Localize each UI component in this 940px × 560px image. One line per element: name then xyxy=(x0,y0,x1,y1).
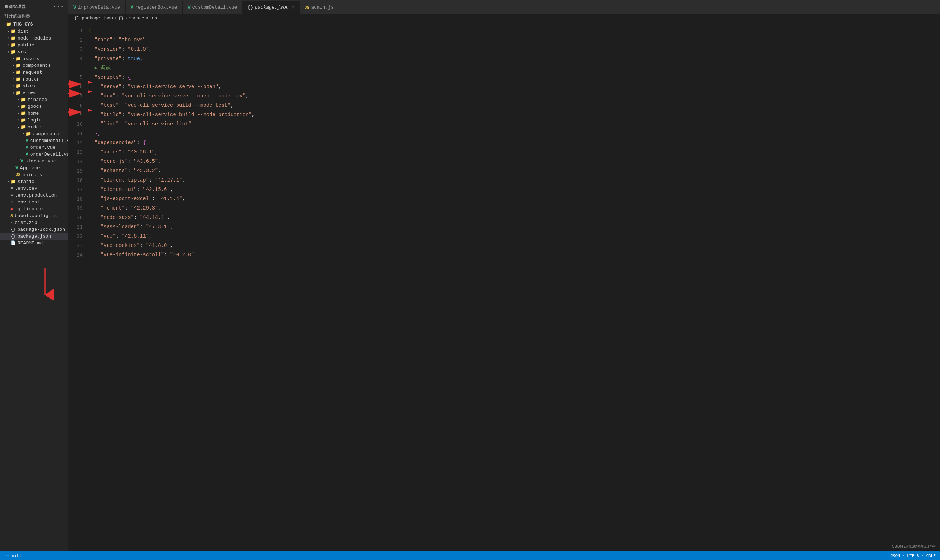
status-bar-right: JSON · UTF-8 · CRLF xyxy=(891,554,936,558)
root-folder-label: THC_GYS xyxy=(13,22,33,27)
sidebar-item-babel[interactable]: › B babel.config.js xyxy=(0,212,68,219)
tab-close-icon[interactable]: ✕ xyxy=(292,5,294,10)
code-line-21: "sass-loader": "^7.3.1", xyxy=(88,222,940,231)
breadcrumb-separator-1: › xyxy=(114,16,117,21)
sidebar-item-package-json[interactable]: › {} package.json xyxy=(0,233,68,240)
tab-improve-data[interactable]: V improveData.vue xyxy=(68,1,125,14)
sidebar-item-public[interactable]: › 📁 public xyxy=(0,42,68,49)
tab-vue-icon-2: V xyxy=(131,5,133,10)
sidebar-item-home[interactable]: › 📁 home xyxy=(0,110,68,117)
code-line-19: "moment": "^2.29.3", xyxy=(88,203,940,213)
sidebar-item-goods[interactable]: › 📁 goods xyxy=(0,103,68,110)
sidebar-item-router[interactable]: › 📁 router xyxy=(0,76,68,83)
tab-register-box[interactable]: V registerBox.vue xyxy=(125,1,183,14)
code-line-22: "vue": "^2.6.11", xyxy=(88,231,940,241)
sidebar-item-order-detail-vue[interactable]: › V orderDetail.vue xyxy=(0,151,68,158)
line-num-1: 1 xyxy=(68,26,83,35)
sidebar-item-package-lock-json[interactable]: › {} package-lock.json xyxy=(0,226,68,233)
code-line-6: "serve": "vue-cli-service serve --open", xyxy=(88,82,940,91)
sidebar-item-dist-zip[interactable]: › ▪ dist.zip xyxy=(0,219,68,226)
tab-bar: V improveData.vue V registerBox.vue V cu… xyxy=(68,0,940,14)
sidebar-item-views[interactable]: ▾ 📁 views xyxy=(0,89,68,96)
tab-vue-icon: V xyxy=(73,5,76,10)
line-num-13: 13 xyxy=(68,148,83,157)
tab-json-icon: {} xyxy=(247,5,253,10)
line-num-2: 2 xyxy=(68,35,83,45)
line-num-24: 24 xyxy=(68,250,83,260)
line-num-9: 9 xyxy=(68,110,83,119)
arrow-down-overlay xyxy=(68,296,76,339)
line-num-22: 22 xyxy=(68,231,83,241)
sidebar-item-sidebar-vue[interactable]: › V sidebar.vue xyxy=(0,158,68,165)
breadcrumb-part1: {} package.json xyxy=(74,16,113,21)
line-num-14: 14 xyxy=(68,157,83,166)
tab-js-icon: JS xyxy=(305,5,309,10)
sidebar-item-store[interactable]: › 📁 store xyxy=(0,83,68,89)
code-line-9: "build": "vue-cli-service build --mode p… xyxy=(88,110,940,119)
sidebar-item-gitignore[interactable]: › ◆ .gitignore xyxy=(0,206,68,212)
sidebar-item-request[interactable]: › 📁 request xyxy=(0,69,68,76)
line-num-5: 5 xyxy=(68,72,83,82)
code-content[interactable]: { "name": "thc_gys", "version": "0.1.0",… xyxy=(88,26,940,260)
sidebar-item-assets[interactable]: › 📁 assets xyxy=(0,55,68,62)
code-line-1: { xyxy=(88,26,940,35)
code-line-23: "vue-cookies": "^1.8.0", xyxy=(88,241,940,250)
code-line-10: "lint": "vue-cli-service lint" xyxy=(88,119,940,129)
code-area: 1 2 3 4 4b 5 6 7 8 9 10 11 12 13 xyxy=(68,23,940,262)
status-bar-left: ⎇ main xyxy=(4,554,21,558)
line-num-21: 21 xyxy=(68,222,83,231)
explorer-title: 资源管理器 xyxy=(4,4,26,9)
sidebar-item-src[interactable]: ▾ 📁 src xyxy=(0,49,68,55)
open-editors-label: 打开的编辑器 xyxy=(0,11,68,20)
sidebar-item-custom-detail-vue[interactable]: › V customDetail.vue xyxy=(0,137,68,144)
sidebar-item-node-modules[interactable]: › 📁 node_modules xyxy=(0,35,68,42)
sidebar-item-order-components[interactable]: › 📁 components xyxy=(0,131,68,137)
code-editor[interactable]: 1 2 3 4 4b 5 6 7 8 9 10 11 12 13 xyxy=(68,23,940,551)
line-num-12: 12 xyxy=(68,138,83,148)
tab-package-json[interactable]: {} package.json ✕ xyxy=(242,1,299,14)
sidebar-item-dist[interactable]: › 📁 dist xyxy=(0,28,68,35)
tab-admin-js[interactable]: JS admin.js xyxy=(299,1,339,14)
code-line-13: "axios": "^0.26.1", xyxy=(88,148,940,157)
line-num-8: 8 xyxy=(68,101,83,110)
watermark: CSDN @嘉威软件工作室 xyxy=(892,544,936,549)
sidebar-item-env-dev[interactable]: › ≡ .env.dev xyxy=(0,185,68,192)
code-line-5: "scripts": { xyxy=(88,72,940,82)
code-line-24: "vue-infinite-scroll": "^0.2.0" xyxy=(88,250,940,260)
line-num-16: 16 xyxy=(68,175,83,185)
sidebar-item-components[interactable]: › 📁 components xyxy=(0,62,68,69)
code-line-4b: ▶ 调试 xyxy=(88,63,940,72)
sidebar-item-order[interactable]: ▾ 📁 order xyxy=(0,124,68,131)
code-line-11: }, xyxy=(88,129,940,138)
sidebar-item-env-test[interactable]: › ≡ .env.test xyxy=(0,199,68,206)
sidebar-item-env-production[interactable]: › ≡ .env.production xyxy=(0,192,68,199)
code-line-14: "core-js": "^3.6.5", xyxy=(88,157,940,166)
sidebar-item-finance[interactable]: › 📁 finance xyxy=(0,96,68,103)
sidebar-item-static[interactable]: › 📁 static xyxy=(0,178,68,185)
line-num-17: 17 xyxy=(68,185,83,194)
sidebar-item-order-vue[interactable]: › V order.vue xyxy=(0,144,68,151)
sidebar-item-readme[interactable]: › 📄 README.md xyxy=(0,240,68,246)
line-num-15: 15 xyxy=(68,166,83,175)
line-num-4b: 4b xyxy=(68,63,83,72)
code-line-4: "private": true, xyxy=(88,54,940,63)
code-line-15: "echarts": "^5.3.2", xyxy=(88,166,940,175)
line-num-20: 20 xyxy=(68,213,83,222)
line-num-23: 23 xyxy=(68,241,83,250)
line-num-7: 7 xyxy=(68,91,83,101)
root-folder[interactable]: ▾ 📁 THC_GYS xyxy=(0,20,68,28)
sidebar-item-main-js[interactable]: › JS main.js xyxy=(0,171,68,178)
tab-vue-icon-3: V xyxy=(188,5,191,10)
line-num-19: 19 xyxy=(68,203,83,213)
line-num-4: 4 xyxy=(68,54,83,63)
tab-custom-detail[interactable]: V customDetail.vue xyxy=(183,1,243,14)
code-line-17: "element-ui": "^2.15.6", xyxy=(88,185,940,194)
code-line-2: "name": "thc_gys", xyxy=(88,35,940,45)
sidebar-item-app-vue[interactable]: › V App.vue xyxy=(0,165,68,171)
line-numbers: 1 2 3 4 4b 5 6 7 8 9 10 11 12 13 xyxy=(68,26,88,260)
explorer-dots[interactable]: ··· xyxy=(52,3,64,10)
file-explorer: 资源管理器 ··· 打开的编辑器 ▾ 📁 THC_GYS › 📁 dist › … xyxy=(0,0,68,551)
sidebar-item-login[interactable]: › 📁 login xyxy=(0,117,68,124)
code-line-7: "dev": "vue-cli-service serve --open --m… xyxy=(88,91,940,101)
code-line-20: "node-sass": "^4.14.1", xyxy=(88,213,940,222)
